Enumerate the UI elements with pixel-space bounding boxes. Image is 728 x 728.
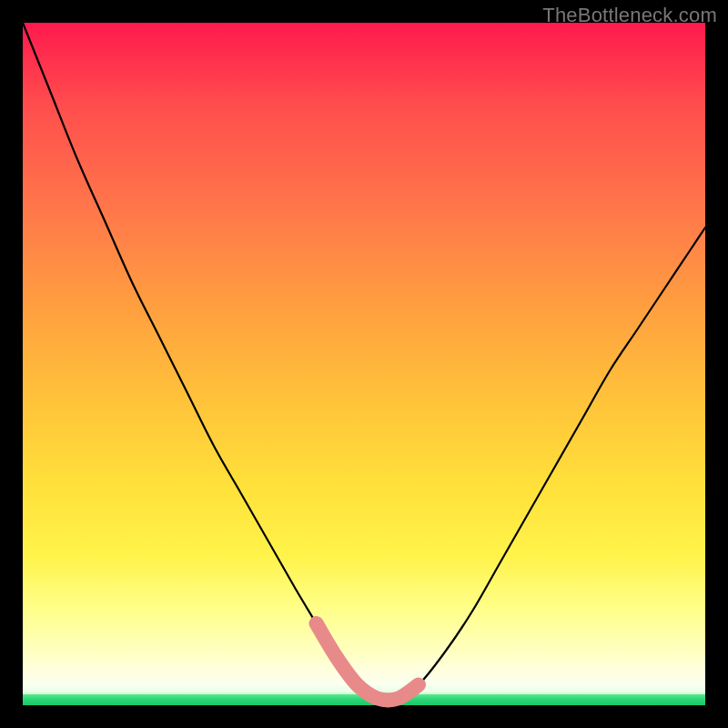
bottleneck-curve (23, 23, 705, 700)
chart-frame: TheBottleneck.com (0, 0, 728, 728)
watermark-text: TheBottleneck.com (542, 4, 717, 27)
chart-svg (23, 23, 705, 705)
bottleneck-highlight (317, 623, 420, 700)
